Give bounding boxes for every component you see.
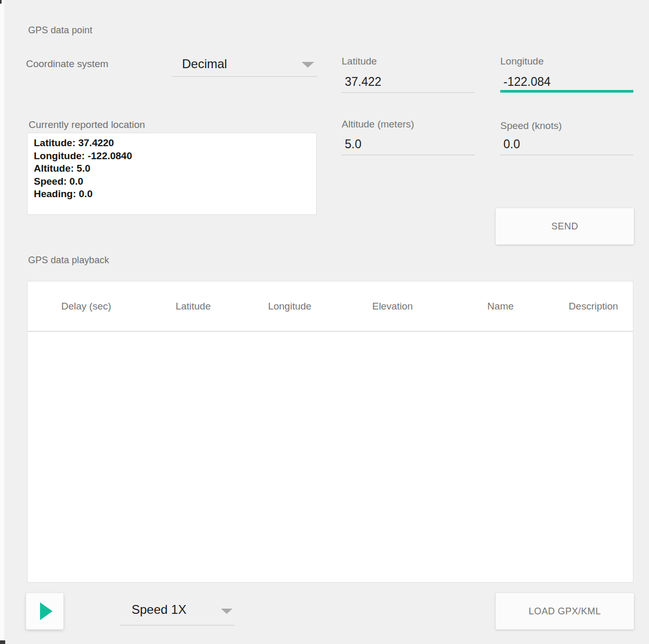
window-corner-artifact-top [0,0,2,4]
reported-latitude: Latitude: 37.4220 [34,137,310,150]
playback-table-header: Delay (sec) Latitude Longitude Elevation… [28,281,633,332]
load-gpx-kml-button[interactable]: LOAD GPX/KML [496,593,634,629]
coordinate-system-underline [172,76,317,77]
send-button-label: SEND [551,221,578,232]
speed-input[interactable] [503,137,628,151]
reported-longitude: Longitude: -122.0840 [34,150,310,163]
gps-data-point-title: GPS data point [28,25,92,36]
playback-table-body [28,332,633,581]
longitude-label: Longitude [500,56,543,67]
window-edge-strip [0,0,4,644]
playback-speed-underline [120,625,235,626]
load-gpx-kml-label: LOAD GPX/KML [529,606,601,617]
column-header-latitude: Latitude [145,301,242,312]
altitude-label: Altitude (meters) [342,119,414,130]
column-header-longitude: Longitude [241,301,338,312]
reported-location-box: Latitude: 37.4220 Longitude: -122.0840 A… [27,133,317,215]
speed-underline [500,154,633,156]
altitude-input[interactable] [345,137,470,151]
chevron-down-icon [221,609,232,614]
playback-speed-value: Speed 1X [132,602,186,617]
column-header-name: Name [447,301,554,312]
latitude-underline [342,92,475,93]
send-button[interactable]: SEND [496,208,634,244]
speed-label: Speed (knots) [500,120,562,132]
reported-speed: Speed: 0.0 [34,175,310,188]
latitude-input[interactable] [345,75,470,89]
coordinate-system-value: Decimal [182,57,227,71]
playback-speed-select[interactable]: Speed 1X [120,598,235,624]
column-header-description: Description [554,301,633,312]
play-button[interactable] [26,593,63,629]
latitude-label: Latitude [342,56,377,67]
longitude-underline-focused [500,90,633,93]
altitude-underline [342,154,475,156]
reported-heading: Heading: 0.0 [34,188,310,201]
reported-altitude: Altitude: 5.0 [34,162,310,175]
play-icon [40,602,53,620]
chevron-down-icon [302,62,314,68]
playback-table: Delay (sec) Latitude Longitude Elevation… [27,281,633,583]
coordinate-system-label: Coordinate system [26,58,108,70]
reported-location-label: Currently reported location [29,119,145,131]
coordinate-system-select[interactable]: Decimal [172,52,317,78]
gps-data-playback-title: GPS data playback [28,255,109,266]
longitude-input[interactable] [503,75,628,89]
window-corner-artifact-bottom [0,640,5,644]
column-header-delay: Delay (sec) [28,301,145,312]
column-header-elevation: Elevation [338,301,447,312]
